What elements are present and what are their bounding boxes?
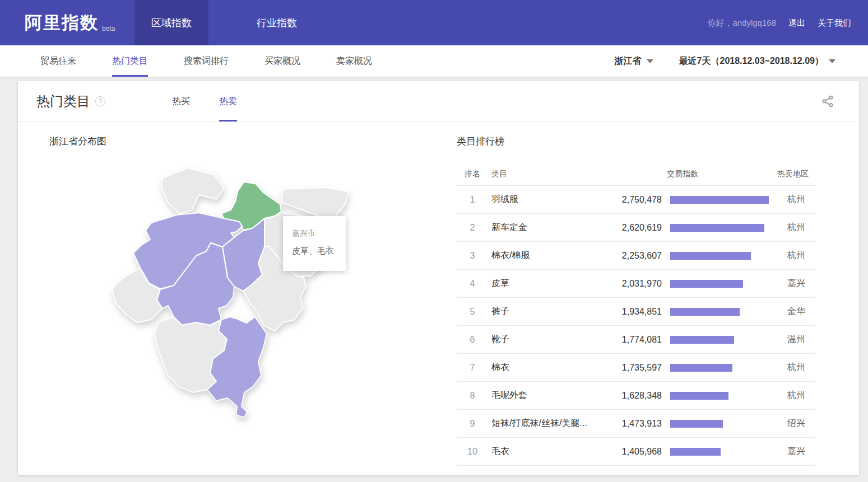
index-bar [670,196,769,204]
table-row: 5 裤子 1,934,851 金华 [457,298,815,326]
category-cell: 靴子 [488,334,602,345]
index-bar [670,420,723,428]
tab-hot-sell[interactable]: 热卖 [219,81,237,121]
logout-link[interactable]: 退出 [788,17,805,28]
secondary-navbar: 贸易往来 热门类目 搜索词排行 买家概况 卖家概况 浙江省 最近7天（2018.… [0,45,868,77]
rank-cell: 6 [457,335,488,345]
col-header-trade-index: 交易指数 [667,169,698,179]
ranking-rows: 1 羽绒服 2,750,478 杭州 2 新车定金 2,620,619 杭州 3… [457,186,815,466]
index-bar [670,364,732,372]
region-cell: 杭州 [777,390,815,401]
index-bar [670,448,721,456]
rank-cell: 7 [457,363,488,373]
province-select[interactable]: 浙江省 [615,55,653,67]
page-title: 热门类目 ? [36,92,105,110]
top-navbar: 阿里指数beta 区域指数 行业指数 你好，andylgq168 退出 关于我们 [0,0,868,45]
bar-cell [670,224,769,232]
col-header-hot-region: 热卖地区 [777,169,809,179]
category-cell: 毛衣 [488,446,602,457]
index-cell: 2,620,619 [602,223,662,233]
map-region[interactable] [161,168,224,214]
rank-cell: 8 [457,391,488,401]
rank-cell: 5 [457,307,488,317]
subnav-item-trade[interactable]: 贸易往来 [40,45,76,77]
category-cell: 毛呢外套 [488,390,602,401]
map-title: 浙江省分布图 [49,135,106,148]
subnav-item-seller-overview[interactable]: 卖家概况 [336,45,372,77]
subnav-item-hot-categories[interactable]: 热门类目 [112,45,148,77]
category-cell: 棉衣/棉服 [488,250,602,261]
bar-cell [670,280,769,288]
index-cell: 1,405,968 [602,447,662,457]
col-header-category: 类目 [491,169,507,179]
rank-cell: 1 [457,195,488,205]
bar-cell [670,392,769,400]
tooltip-region-name: 嘉兴市 [292,228,341,238]
bar-cell [670,420,769,428]
date-range-value: 最近7天（2018.12.03~2018.12.09） [679,55,824,67]
index-bar [670,280,743,288]
app-logo-text: 阿里指数 [25,13,99,32]
rank-cell: 9 [457,419,488,429]
region-cell: 温州 [777,334,815,345]
table-row: 1 羽绒服 2,750,478 杭州 [457,186,815,214]
region-cell: 杭州 [777,222,815,233]
share-icon[interactable] [821,95,835,108]
col-header-rank: 排名 [465,169,480,179]
index-cell: 2,031,970 [602,279,662,289]
app-logo[interactable]: 阿里指数beta [25,11,115,35]
tooltip-categories: 皮草、毛衣 [292,246,341,256]
region-cell: 杭州 [777,250,815,261]
region-cell: 杭州 [777,362,815,373]
index-cell: 1,473,913 [602,419,662,429]
province-map: 嘉兴市 皮草、毛衣 [84,157,392,425]
index-bar [670,392,728,400]
user-greeting: 你好，andylgq168 [707,17,776,28]
bar-cell [670,252,769,260]
table-row: 7 棉衣 1,735,597 杭州 [457,354,815,382]
bar-cell [670,308,769,316]
hot-categories-panel: 热门类目 ? 热买 热卖 浙江省分布图 [18,81,859,475]
index-bar [670,336,734,344]
index-cell: 2,253,607 [602,251,662,261]
map-svg [84,157,392,425]
table-header: 排名 类目 交易指数 热卖地区 [457,162,815,186]
tab-hot-buy[interactable]: 热买 [172,81,190,121]
primary-tabs: 区域指数 行业指数 [134,0,314,45]
index-bar [670,252,751,260]
filters: 浙江省 最近7天（2018.12.03~2018.12.09） [615,45,835,77]
bar-cell [670,196,769,204]
tab-region-index[interactable]: 区域指数 [134,0,208,45]
beta-badge: beta [102,25,115,32]
category-cell: 新车定金 [488,222,602,233]
page-title-text: 热门类目 [36,92,90,110]
category-cell: 羽绒服 [488,194,602,205]
table-row: 2 新车定金 2,620,619 杭州 [457,214,815,242]
table-row: 3 棉衣/棉服 2,253,607 杭州 [457,242,815,270]
region-cell: 嘉兴 [777,446,815,457]
index-cell: 1,628,348 [602,391,662,401]
category-ranking-table: 排名 类目 交易指数 热卖地区 1 羽绒服 2,750,478 杭州 2 新车定… [457,162,815,466]
region-cell: 杭州 [777,194,815,205]
chevron-down-icon [647,59,653,63]
ranking-title: 类目排行榜 [457,135,504,148]
subnav-item-search-ranking[interactable]: 搜索词排行 [184,45,229,77]
subnav-item-buyer-overview[interactable]: 买家概况 [264,45,300,77]
panel-header: 热门类目 ? 热买 热卖 [18,81,859,122]
category-cell: 皮草 [488,278,602,289]
category-cell: 短袜/打底袜/丝袜/美腿... [488,418,602,429]
region-cell: 绍兴 [777,418,815,429]
bar-cell [670,336,769,344]
rank-cell: 4 [457,279,488,289]
province-select-value: 浙江省 [615,55,642,67]
table-row: 6 靴子 1,774,081 温州 [457,326,815,354]
index-bar [670,308,740,316]
chevron-down-icon [829,59,835,63]
table-row: 9 短袜/打底袜/丝袜/美腿... 1,473,913 绍兴 [457,410,815,438]
category-cell: 棉衣 [488,362,602,373]
map-tooltip: 嘉兴市 皮草、毛衣 [283,216,346,271]
tab-industry-index[interactable]: 行业指数 [240,0,314,45]
date-range-select[interactable]: 最近7天（2018.12.03~2018.12.09） [679,55,835,67]
about-us-link[interactable]: 关于我们 [818,17,851,28]
help-icon[interactable]: ? [95,96,105,106]
